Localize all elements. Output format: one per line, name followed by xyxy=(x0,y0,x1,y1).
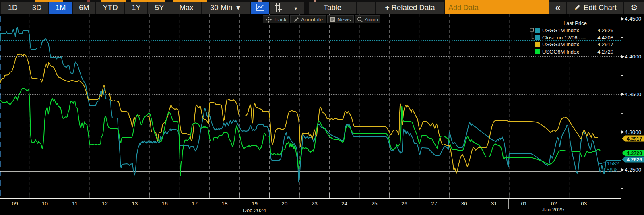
svg-text:4.2500: 4.2500 xyxy=(625,167,641,173)
svg-text:16: 16 xyxy=(162,201,168,207)
svg-text:4.3000: 4.3000 xyxy=(625,129,641,135)
svg-text:02: 02 xyxy=(551,201,557,207)
svg-text:26: 26 xyxy=(401,201,407,207)
svg-text:20: 20 xyxy=(281,201,287,207)
svg-text:25: 25 xyxy=(371,201,377,207)
svg-text:4.2917: 4.2917 xyxy=(597,41,613,48)
svg-text:−3.58%: −3.58% xyxy=(599,167,617,173)
svg-text:4.4208: 4.4208 xyxy=(597,35,613,41)
svg-text:4.4000: 4.4000 xyxy=(625,54,641,60)
svg-text:24: 24 xyxy=(341,201,348,207)
svg-text:4.2720: 4.2720 xyxy=(627,151,642,156)
svg-text:USGG3M Index: USGG3M Index xyxy=(542,41,579,48)
svg-text:23: 23 xyxy=(312,201,318,207)
svg-text:11: 11 xyxy=(72,201,78,207)
svg-text:4.2626: 4.2626 xyxy=(597,27,613,33)
svg-text:4.4500: 4.4500 xyxy=(625,16,641,22)
svg-text:−0.1582: −0.1582 xyxy=(599,161,619,167)
svg-text:10: 10 xyxy=(42,201,48,207)
svg-text:Jan 2025: Jan 2025 xyxy=(542,207,564,213)
svg-text:01: 01 xyxy=(521,201,527,207)
svg-text:30: 30 xyxy=(461,201,467,207)
svg-text:Dec 2024: Dec 2024 xyxy=(243,207,266,213)
svg-text:4.2626: 4.2626 xyxy=(627,157,642,163)
svg-text:27: 27 xyxy=(431,201,437,207)
svg-text:Last Price: Last Price xyxy=(564,20,587,26)
svg-text:18: 18 xyxy=(221,201,227,207)
svg-text:4.2917: 4.2917 xyxy=(627,136,642,142)
svg-text:USGG6M Index: USGG6M Index xyxy=(542,49,579,55)
svg-text:4.2720: 4.2720 xyxy=(597,49,613,55)
svg-text:03: 03 xyxy=(581,201,587,207)
svg-text:17: 17 xyxy=(192,201,198,207)
svg-text:Close on 12/06 ----: Close on 12/06 ---- xyxy=(542,35,586,41)
svg-text:4.3500: 4.3500 xyxy=(625,91,641,97)
svg-text:13: 13 xyxy=(132,201,138,207)
svg-text:19: 19 xyxy=(252,201,258,207)
svg-text:09: 09 xyxy=(12,201,18,207)
svg-text:USGG1M Index: USGG1M Index xyxy=(542,27,579,33)
svg-text:31: 31 xyxy=(491,201,497,207)
svg-text:12: 12 xyxy=(102,201,108,207)
